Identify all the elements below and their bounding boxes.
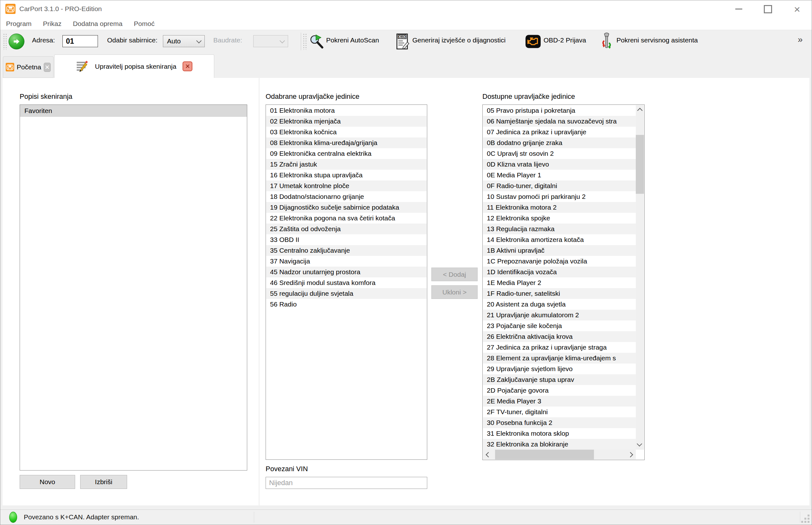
remove-button[interactable]: Ukloni > [431, 285, 478, 299]
available-units-rows: 05 Pravo pristupa i pokretanja06 Namješt… [483, 105, 636, 450]
list-item[interactable]: 11 Elektronika motora 2 [483, 202, 636, 213]
list-item[interactable]: 13 Regulacija razmaka [483, 224, 636, 234]
address-input[interactable] [62, 35, 98, 47]
chevron-down-icon [279, 38, 285, 43]
list-item[interactable]: 0E Media Player 1 [483, 170, 636, 180]
obd2-login-button[interactable]: OBD-2 Prijava [543, 36, 586, 44]
maximize-button[interactable] [753, 0, 783, 18]
list-item[interactable]: 28 Element za upravljanje klima-uređajem… [483, 353, 636, 363]
tab-home[interactable]: Početna ✕ [3, 56, 54, 78]
list-item[interactable]: 1D Identifikacija vozača [483, 267, 636, 278]
horizontal-scrollbar[interactable] [483, 450, 636, 460]
list-item[interactable]: 56 Radio [266, 299, 426, 310]
list-item[interactable]: 02 Elektronika mjenjača [266, 116, 426, 127]
list-item[interactable]: 09 Elektronička centralna elektrika [266, 148, 426, 159]
list-item[interactable]: 37 Navigacija [266, 256, 426, 267]
list-item[interactable]: 26 Električna aktivacija krova [483, 331, 636, 342]
list-item[interactable]: 31 Elektronika motora sklop [483, 428, 636, 439]
list-item[interactable]: 01 Elektronika motora [266, 105, 426, 116]
add-button[interactable]: < Dodaj [431, 268, 478, 281]
list-item[interactable]: 1E Media Player 2 [483, 278, 636, 288]
delete-button[interactable]: Izbriši [80, 475, 127, 489]
scroll-right-button[interactable] [625, 450, 636, 460]
list-item[interactable]: 1F Radio-tuner, satelitski [483, 288, 636, 299]
list-item[interactable]: 19 Dijagnostičko sučelje sabirnice podat… [266, 202, 426, 213]
bus-select-value: Auto [167, 38, 181, 45]
list-item[interactable]: 20 Asistent za duga svjetla [483, 299, 636, 310]
vertical-scrollbar-thumb[interactable] [636, 135, 644, 194]
autoscan-button[interactable]: Pokreni AutoScan [326, 36, 379, 44]
list-item[interactable]: 14 Elektronika amortizera kotača [483, 234, 636, 245]
service-assistant-button[interactable]: Pokreni servisnog asistenta [617, 36, 698, 44]
menu-item[interactable]: Pomoć [128, 19, 160, 29]
list-item[interactable]: 16 Elektronika stupa upravljača [266, 170, 426, 180]
list-item[interactable]: 0C Upravlj str osovin 2 [483, 148, 636, 159]
vin-input[interactable] [265, 477, 427, 489]
connection-status-led-icon [9, 512, 17, 523]
tab-manager-label: Upravitelj popisa skeniranja [95, 63, 176, 70]
list-item[interactable]: 27 Jedinica za prikaz i upravljanje stra… [483, 342, 636, 353]
tab-manager-close-icon[interactable]: ✕ [183, 61, 192, 71]
list-item[interactable]: 2B Zaključavanje stupa uprav [483, 374, 636, 385]
horizontal-scrollbar-thumb[interactable] [495, 450, 594, 460]
selected-units-title: Odabrane upravljačke jedinice [265, 92, 359, 101]
list-item[interactable]: 55 regulaciju duljine svjetala [266, 288, 426, 299]
list-item[interactable]: 1C Prepoznavanje položaja vozila [483, 256, 636, 267]
list-item[interactable]: 30 Posebna funkcija 2 [483, 417, 636, 428]
list-item[interactable]: 18 Dodatno/stacionarno grijanje [266, 191, 426, 202]
vertical-scrollbar[interactable] [636, 105, 644, 450]
menu-item[interactable]: Dodatna oprema [67, 19, 128, 29]
toolbar-grip[interactable] [3, 33, 7, 50]
tab-strip: Početna ✕ Upravitelj popisa skeniranja ✕ [0, 52, 812, 78]
list-item[interactable]: 25 Zaštita od odvoženja [266, 224, 426, 234]
vin-label: Povezani VIN [265, 465, 308, 473]
resize-grip[interactable] [800, 514, 810, 524]
list-item[interactable]: 29 Upravljanje svjetlom lijevo [483, 363, 636, 374]
scan-list-item-selected[interactable]: Favoriten [20, 105, 247, 117]
list-item[interactable]: 2E Media Player 3 [483, 396, 636, 407]
generate-report-button[interactable]: Generiraj izvješće o dijagnostici [412, 36, 506, 44]
list-item[interactable]: 17 Umetak kontrolne ploče [266, 180, 426, 191]
list-item[interactable]: 10 Sustav pomoći pri parkiranju 2 [483, 191, 636, 202]
car-app-icon [5, 4, 16, 14]
list-item[interactable]: 07 Jedinica za prikaz i upravljanje [483, 127, 636, 137]
list-item[interactable]: 23 Pojačanje sile kočenja [483, 320, 636, 331]
tab-home-close-icon[interactable]: ✕ [44, 63, 51, 72]
list-item[interactable]: 45 Nadzor unutarnjeg prostora [266, 267, 426, 278]
tab-scan-list-manager[interactable]: Upravitelj popisa skeniranja ✕ [54, 55, 214, 78]
scroll-up-button[interactable] [636, 105, 644, 116]
list-item[interactable]: 21 Upravljanje akumulatorom 2 [483, 310, 636, 320]
toolbar-overflow-chevron[interactable]: » [798, 34, 803, 45]
list-item[interactable]: 46 Središnji modul sustava komfora [266, 278, 426, 288]
list-item[interactable]: 2D Pojačanje govora [483, 385, 636, 396]
scan-lists-title: Popisi skeniranja [20, 92, 72, 101]
list-item[interactable]: 12 Elektronika spojke [483, 213, 636, 224]
new-button[interactable]: Novo [20, 475, 75, 489]
bus-select-dropdown[interactable]: Auto [163, 35, 205, 47]
toolbar-grip[interactable] [303, 33, 306, 50]
menu-item[interactable]: Prikaz [38, 19, 67, 29]
autoscan-magnifier-icon [309, 34, 324, 49]
list-item[interactable]: 1B Aktivni upravljač [483, 245, 636, 256]
selected-units-listbox: 01 Elektronika motora02 Elektronika mjen… [265, 105, 427, 460]
list-item[interactable]: 33 OBD II [266, 234, 426, 245]
menu-item[interactable]: Program [0, 19, 38, 29]
list-item[interactable]: 0D Klizna vrata lijevo [483, 159, 636, 170]
list-item[interactable]: 06 Namještanje sjedala na suvozačevoj st… [483, 116, 636, 127]
scroll-left-button[interactable] [483, 450, 494, 460]
list-item[interactable]: 22 Elektronika pogona na sva četiri kota… [266, 213, 426, 224]
list-item[interactable]: 05 Pravo pristupa i pokretanja [483, 105, 636, 116]
close-button[interactable]: × [783, 0, 812, 18]
list-item[interactable]: 0F Radio-tuner, digitalni [483, 180, 636, 191]
baudrate-dropdown [253, 35, 288, 47]
list-item[interactable]: 35 Centralno zaključavanje [266, 245, 426, 256]
list-item[interactable]: 03 Elektronika kočnica [266, 127, 426, 137]
list-item[interactable]: 15 Zračni jastuk [266, 159, 426, 170]
list-item[interactable]: 0B dodatno grijanje zraka [483, 137, 636, 148]
list-item[interactable]: 08 Elektronika klima-uređaja/grijanja [266, 137, 426, 148]
list-item[interactable]: 32 Elektronika za blokiranje [483, 439, 636, 450]
go-button[interactable] [9, 33, 25, 49]
list-item[interactable]: 2F TV-tuner, digitalni [483, 407, 636, 417]
minimize-button[interactable] [724, 0, 753, 18]
scroll-down-button[interactable] [636, 439, 644, 450]
